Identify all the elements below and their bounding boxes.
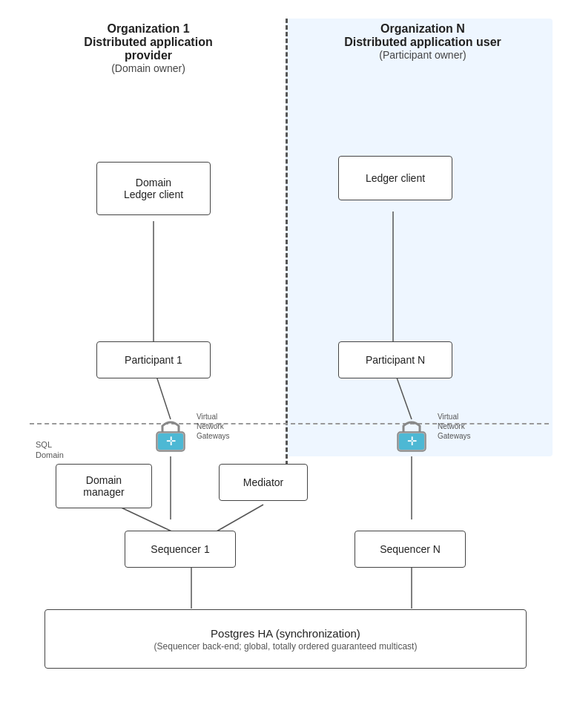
- org1-header: Organization 1 Distributed applicationpr…: [30, 22, 267, 74]
- sequencer1-label: Sequencer 1: [151, 543, 209, 555]
- sequencerN-box: Sequencer N: [355, 531, 466, 568]
- mediator-box: Mediator: [219, 464, 308, 501]
- domain-manager-label: Domainmanager: [83, 474, 124, 498]
- postgres-title: Postgres HA (synchronization): [211, 627, 360, 640]
- vng2-label: VirtualNetworkGateways: [438, 412, 470, 441]
- org2-background: [286, 19, 553, 456]
- org1-subtitle: Distributed applicationprovider: [30, 36, 267, 62]
- org2-paren: (Participant owner): [289, 49, 556, 61]
- postgres-subtitle: (Sequencer back-end; global, totally ord…: [154, 641, 418, 652]
- vng1-lock-icon: ✛: [148, 412, 193, 456]
- vng1-label: VirtualNetworkGateways: [197, 412, 229, 441]
- horizontal-divider: [30, 423, 549, 424]
- participant1-box: Participant 1: [96, 341, 211, 378]
- domain-manager-box: Domainmanager: [56, 464, 152, 508]
- org2-subtitle: Distributed application user: [289, 36, 556, 49]
- participant1-label: Participant 1: [125, 354, 182, 366]
- sequencer1-box: Sequencer 1: [125, 531, 236, 568]
- diagram-container: Organization 1 Distributed applicationpr…: [0, 0, 577, 728]
- org2-title: Organization N: [289, 22, 556, 36]
- sequencerN-label: Sequencer N: [380, 543, 441, 555]
- participantN-box: Participant N: [338, 341, 452, 378]
- vertical-divider: [286, 19, 288, 479]
- svg-text:✛: ✛: [166, 435, 176, 447]
- sql-domain-label: SQLDomain: [36, 439, 64, 461]
- participantN-label: Participant N: [366, 354, 425, 366]
- ledger-client-box: Ledger client: [338, 156, 452, 200]
- svg-line-6: [115, 505, 178, 534]
- org2-header: Organization N Distributed application u…: [289, 22, 556, 61]
- org1-title: Organization 1: [30, 22, 267, 36]
- domain-ledger-client-label: DomainLedger client: [124, 177, 183, 200]
- svg-text:✛: ✛: [407, 435, 417, 447]
- domain-ledger-client-box: DomainLedger client: [96, 162, 211, 215]
- postgres-box: Postgres HA (synchronization) (Sequencer…: [44, 609, 527, 669]
- svg-line-7: [211, 505, 263, 534]
- ledger-client-label: Ledger client: [366, 172, 425, 184]
- mediator-label: Mediator: [243, 476, 283, 488]
- org1-paren: (Domain owner): [30, 62, 267, 74]
- vng2-lock-icon: ✛: [389, 412, 434, 456]
